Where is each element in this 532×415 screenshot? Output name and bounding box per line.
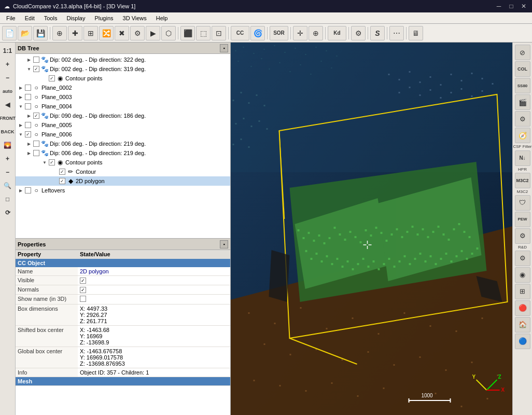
tree-item-dip319[interactable]: ▼ 🐾 Dip: 002 deg. - Dip direction: 319 d… <box>16 64 230 74</box>
tree-arrow[interactable]: ▶ <box>18 187 24 193</box>
right-tool-shield[interactable]: 🛡 <box>515 195 530 211</box>
tree-arrow[interactable]: ▶ <box>26 150 32 156</box>
normals-checkbox[interactable]: ✓ <box>80 287 86 293</box>
tree-item-plane0003[interactable]: ▶ ○ Plane_0003 <box>16 92 230 102</box>
right-tool-pew[interactable]: PEW <box>515 212 530 227</box>
tree-item-leftovers[interactable]: ▶ ○ Leftovers <box>16 186 230 195</box>
prop-showname-value[interactable] <box>78 295 230 305</box>
tree-item-dip219a[interactable]: ▶ 🐾 Dip: 006 deg. - Dip direction: 219 d… <box>16 139 230 148</box>
tree-arrow[interactable]: ▶ <box>18 85 24 91</box>
sidebar-tool-add[interactable]: + <box>2 153 14 165</box>
tree-item-contour1[interactable]: ◉ Contour points <box>16 74 230 83</box>
tree-arrow[interactable] <box>52 169 58 175</box>
toolbar-kd-btn[interactable]: Kd <box>328 26 346 40</box>
tree-check[interactable] <box>33 141 39 147</box>
tree-check[interactable] <box>33 66 39 72</box>
tree-check[interactable] <box>49 75 55 81</box>
tree-arrow[interactable]: ▼ <box>26 66 32 72</box>
tree-check[interactable] <box>59 178 65 184</box>
showname-checkbox[interactable] <box>80 296 86 302</box>
toolbar-save[interactable]: 💾 <box>33 26 48 40</box>
toolbar-cc-btn[interactable]: CC <box>231 26 249 40</box>
right-tool-col[interactable]: COL <box>515 61 530 77</box>
toolbar-open[interactable]: 📂 <box>18 26 32 40</box>
sidebar-tool-img[interactable]: 🌄 <box>2 139 14 151</box>
menu-plugins[interactable]: Plugins <box>90 13 117 23</box>
tree-item-dip219b[interactable]: ▶ 🐾 Dip: 006 deg. - Dip direction: 219 d… <box>16 148 230 158</box>
sidebar-tool-front[interactable]: FRONT <box>2 112 14 125</box>
toolbar-sor-btn[interactable]: SOR <box>270 26 288 40</box>
tree-check[interactable] <box>33 57 39 63</box>
menu-edit[interactable]: Edit <box>21 13 39 23</box>
right-tool-red[interactable]: 🔴 <box>515 300 530 316</box>
tree-check[interactable] <box>25 131 31 137</box>
toolbar-btn-9[interactable]: ⬛ <box>180 26 195 40</box>
menu-file[interactable]: File <box>2 13 20 23</box>
tree-check[interactable] <box>33 113 39 119</box>
tree-check[interactable] <box>25 187 31 193</box>
sidebar-tool-back[interactable]: BACK <box>2 126 14 138</box>
toolbar-btn-5[interactable]: ✖ <box>115 26 129 40</box>
toolbar-last-btn[interactable]: 🖥 <box>409 26 423 40</box>
menu-tools[interactable]: Tools <box>40 13 62 23</box>
tree-check[interactable] <box>49 159 55 165</box>
tree-check[interactable] <box>25 94 31 100</box>
toolbar-btn-7[interactable]: ▶ <box>146 26 160 40</box>
tree-arrow[interactable]: ▶ <box>26 113 32 119</box>
tree-check[interactable] <box>59 169 65 175</box>
tree-item-dip322[interactable]: ▶ 🐾 Dip: 002 deg. - Dip direction: 322 d… <box>16 55 230 64</box>
right-tool-grid[interactable]: ⊞ <box>515 284 530 299</box>
right-tool-gear[interactable]: ⚙ <box>515 111 530 127</box>
toolbar-btn-6[interactable]: ⚙ <box>130 26 145 40</box>
toolbar-btn-2[interactable]: ✚ <box>68 26 82 40</box>
right-tool-filter[interactable]: ⊘ <box>515 45 530 60</box>
menu-display[interactable]: Display <box>62 13 89 23</box>
toolbar-btn-11[interactable]: ⊡ <box>212 26 226 40</box>
tree-item-plane0006[interactable]: ▼ ○ Plane_0006 <box>16 130 230 139</box>
tree-arrow[interactable]: ▼ <box>18 131 24 137</box>
close-button[interactable]: ✕ <box>520 2 528 10</box>
right-tool-ss80[interactable]: SS80 <box>515 78 530 93</box>
menu-3dviews[interactable]: 3D Views <box>119 13 151 23</box>
prop-visible-value[interactable]: ✓ <box>78 276 230 285</box>
tree-item-contour-line[interactable]: ✏ Contour <box>16 167 230 176</box>
view3d[interactable]: 1000 Y Z X <box>231 43 512 415</box>
tree-item-plane0005[interactable]: ▶ ○ Plane_0005 <box>16 120 230 130</box>
tree-arrow[interactable]: ▼ <box>18 103 24 109</box>
right-tool-n[interactable]: N↓ <box>515 150 530 166</box>
toolbar-s-btn[interactable]: S <box>370 26 385 40</box>
toolbar-btn-3[interactable]: ⊞ <box>83 26 98 40</box>
tree-check[interactable] <box>25 103 31 109</box>
sidebar-tool-rem[interactable]: − <box>2 166 14 178</box>
toolbar-btn-1[interactable]: ⊕ <box>52 26 67 40</box>
tree-arrow[interactable]: ▶ <box>26 57 32 63</box>
tree-item-contour2[interactable]: ▼ ◉ Contour points <box>16 158 230 167</box>
toolbar-extra-btn[interactable]: ⋯ <box>389 26 404 40</box>
restore-button[interactable]: □ <box>507 2 515 10</box>
tree-arrow[interactable]: ▼ <box>41 159 48 165</box>
tree-check[interactable] <box>33 150 39 156</box>
menu-help[interactable]: Help <box>152 13 172 23</box>
toolbar-btn-4[interactable]: 🔀 <box>99 26 114 40</box>
tree-arrow[interactable]: ▶ <box>18 122 24 128</box>
right-tool-compass[interactable]: 🧭 <box>515 128 530 143</box>
tree-item-plane0002[interactable]: ▶ ○ Plane_0002 <box>16 83 230 92</box>
tree-arrow[interactable] <box>41 75 48 81</box>
right-tool-home[interactable]: 🏠 <box>515 317 530 333</box>
db-tree-content[interactable]: ▶ 🐾 Dip: 002 deg. - Dip direction: 322 d… <box>16 54 230 238</box>
tree-item-2dpolygon[interactable]: ◆ 2D polygon <box>16 176 230 186</box>
sidebar-tool-frame[interactable]: □ <box>2 193 14 205</box>
sidebar-tool-minus[interactable]: − <box>2 72 14 84</box>
toolbar-new[interactable]: 📄 <box>2 26 17 40</box>
toolbar-cross-btn[interactable]: ✛ <box>293 26 307 40</box>
db-tree-pin-btn[interactable]: ▪ <box>220 44 228 52</box>
toolbar-cc2-btn[interactable]: 🌀 <box>250 26 265 40</box>
tree-arrow[interactable] <box>52 178 58 184</box>
properties-pin-btn[interactable]: ▪ <box>220 240 228 248</box>
sidebar-tool-search[interactable]: 🔍 <box>2 179 14 192</box>
tree-arrow[interactable]: ▶ <box>26 141 32 147</box>
toolbar-gear2-btn[interactable]: ⚙ <box>351 26 366 40</box>
right-tool-hpr[interactable]: M3C2 <box>515 173 530 188</box>
right-tool-gear2[interactable]: ⚙ <box>515 228 530 244</box>
toolbar-btn-8[interactable]: ⬡ <box>161 26 176 40</box>
